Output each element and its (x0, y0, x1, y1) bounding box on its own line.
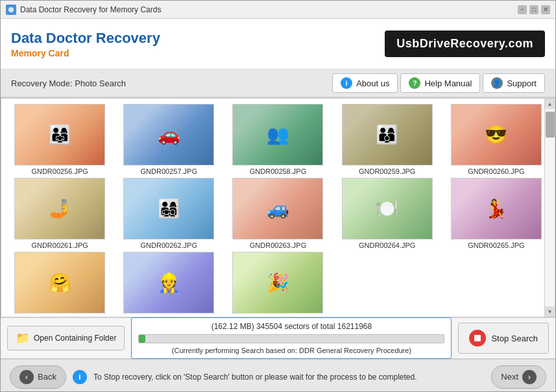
photo-filename: GNDR00257.JPG (141, 167, 197, 175)
photo-emoji-decoration: 🎉 (267, 272, 289, 293)
nav-bar: Recovery Mode: Photo Search i About us ?… (1, 69, 555, 98)
support-label: Support (507, 79, 537, 88)
next-label: Next (501, 372, 518, 382)
help-manual-button[interactable]: ? Help Manual (400, 73, 480, 93)
status-bar: 📁 Open Containing Folder (162.12 MB) 345… (1, 317, 555, 359)
photo-thumbnail[interactable]: 👷 (123, 252, 214, 313)
photo-filename: GNDR00266.JPG (31, 315, 88, 317)
help-manual-label: Help Manual (424, 79, 472, 88)
back-label: Back (38, 372, 56, 382)
photo-filename: GNDR00258.JPG (250, 167, 306, 175)
scroll-thumb[interactable] (546, 112, 555, 138)
bottom-message: To Stop recovery, click on 'Stop Search'… (93, 373, 485, 382)
list-item: 🤗GNDR00266.JPG (6, 252, 113, 317)
app-icon (6, 5, 16, 15)
open-folder-button[interactable]: 📁 Open Containing Folder (7, 326, 125, 350)
list-item: 👨‍👩‍👦GNDR00259.JPG (334, 104, 441, 175)
photo-thumbnail[interactable]: 💃 (451, 178, 542, 239)
stop-search-button[interactable]: Stop Search (458, 323, 549, 354)
photo-emoji-decoration: 👨‍👩‍👦 (376, 124, 398, 145)
back-button[interactable]: ‹ Back (10, 365, 66, 389)
photo-thumbnail[interactable]: 👥 (232, 104, 323, 165)
list-item: 💃GNDR00265.JPG (443, 178, 550, 249)
scroll-down-arrow[interactable]: ▼ (545, 306, 555, 317)
support-icon: 👤 (491, 77, 503, 89)
photo-thumbnail[interactable]: 🚗 (123, 104, 214, 165)
scrollbar[interactable]: ▲ ▼ (544, 99, 555, 317)
list-item: 🍽️GNDR00264.JPG (334, 178, 441, 249)
folder-btn-label: Open Containing Folder (34, 334, 116, 343)
photo-thumbnail[interactable]: 👨‍👩‍👦 (342, 104, 433, 165)
brand-area: Data Doctor Recovery Memory Card (11, 30, 160, 58)
photo-filename: GNDR00261.JPG (31, 241, 88, 249)
photo-filename: GNDR00264.JPG (359, 241, 415, 249)
photo-thumbnail[interactable]: 👨‍👩‍👧 (14, 104, 105, 165)
photo-emoji-decoration: 💃 (485, 198, 507, 219)
progress-bar-wrap (138, 334, 444, 343)
photo-thumbnail[interactable]: 🤗 (14, 252, 105, 313)
close-button[interactable]: ✕ (541, 5, 550, 14)
photo-emoji-decoration: 🤗 (49, 272, 71, 293)
photo-grid-area: 👨‍👩‍👧GNDR00256.JPG🚗GNDR00257.JPG👥GNDR002… (1, 98, 555, 317)
list-item: 🚗GNDR00257.JPG (115, 104, 222, 175)
app-header: Data Doctor Recovery Memory Card UsbDriv… (1, 19, 555, 69)
list-item: 😎GNDR00260.JPG (443, 104, 550, 175)
maximize-button[interactable]: □ (529, 5, 538, 14)
list-item: 👨‍👩‍👧GNDR00256.JPG (6, 104, 113, 175)
title-bar: Data Doctor Recovery for Memory Cards − … (1, 1, 555, 19)
photo-filename: GNDR00256.JPG (31, 167, 88, 175)
title-bar-text: Data Doctor Recovery for Memory Cards (20, 5, 518, 14)
list-item: 🤳GNDR00261.JPG (6, 178, 113, 249)
photo-thumbnail[interactable]: 🚙 (232, 178, 323, 239)
list-item: 👨‍👩‍👧‍👦GNDR00262.JPG (115, 178, 222, 249)
bottom-nav: ‹ Back i To Stop recovery, click on 'Sto… (1, 359, 555, 392)
info-icon: i (341, 77, 352, 89)
minimize-button[interactable]: − (518, 5, 527, 14)
back-arrow-icon: ‹ (19, 370, 34, 384)
list-item: 👥GNDR00258.JPG (224, 104, 331, 175)
photo-emoji-decoration: 🚙 (267, 198, 289, 219)
recovery-mode-label: Recovery Mode: Photo Search (11, 79, 126, 88)
photo-filename: GNDR00259.JPG (359, 167, 415, 175)
photo-thumbnail[interactable]: 😎 (451, 104, 542, 165)
photo-emoji-decoration: 😎 (485, 124, 507, 145)
website-logo: UsbDriveRecovery.com (385, 31, 545, 57)
stop-icon (469, 330, 486, 347)
photo-thumbnail[interactable]: 👨‍👩‍👧‍👦 (123, 178, 214, 239)
progress-bar-inner (139, 335, 145, 343)
photo-filename: GNDR00263.JPG (250, 241, 306, 249)
next-arrow-icon: › (522, 370, 537, 384)
photo-thumbnail[interactable]: 🤳 (14, 178, 105, 239)
photo-thumbnail[interactable]: 🍽️ (342, 178, 433, 239)
photo-emoji-decoration: 👥 (267, 124, 289, 145)
photo-filename: GNDR00265.JPG (468, 241, 524, 249)
photo-filename: GNDR00260.JPG (468, 167, 524, 175)
photo-filename: GNDR00267.JPG (141, 315, 197, 317)
about-us-label: About us (356, 79, 389, 88)
progress-sub-text: (Currently performing Search based on: D… (138, 347, 444, 354)
photo-emoji-decoration: 🍽️ (376, 198, 398, 219)
folder-icon: 📁 (16, 331, 30, 345)
photo-emoji-decoration: 🤳 (49, 198, 71, 219)
progress-block: (162.12 MB) 345504 sectors of total 1621… (131, 317, 452, 359)
progress-info-text: (162.12 MB) 345504 sectors of total 1621… (138, 322, 444, 331)
scroll-up-arrow[interactable]: ▲ (545, 99, 555, 109)
photo-filename: GNDR00268.JPG (250, 315, 306, 317)
list-item: 👷GNDR00267.JPG (115, 252, 222, 317)
support-button[interactable]: 👤 Support (483, 73, 545, 93)
stop-square (474, 335, 481, 341)
list-item: 🚙GNDR00263.JPG (224, 178, 331, 249)
list-item: 🎉GNDR00268.JPG (224, 252, 331, 317)
photo-thumbnail[interactable]: 🎉 (232, 252, 323, 313)
stop-btn-label: Stop Search (491, 334, 538, 343)
brand-title: Data Doctor Recovery (11, 30, 160, 47)
photo-emoji-decoration: 👨‍👩‍👧 (49, 124, 71, 145)
progress-bar-outer (138, 334, 444, 343)
nav-buttons: i About us ? Help Manual 👤 Support (332, 73, 545, 93)
photo-emoji-decoration: 👷 (158, 272, 180, 293)
about-us-button[interactable]: i About us (332, 73, 398, 93)
title-bar-buttons: − □ ✕ (518, 5, 550, 14)
svg-point-0 (8, 7, 14, 12)
help-icon: ? (409, 77, 420, 89)
next-button[interactable]: Next › (491, 365, 546, 389)
